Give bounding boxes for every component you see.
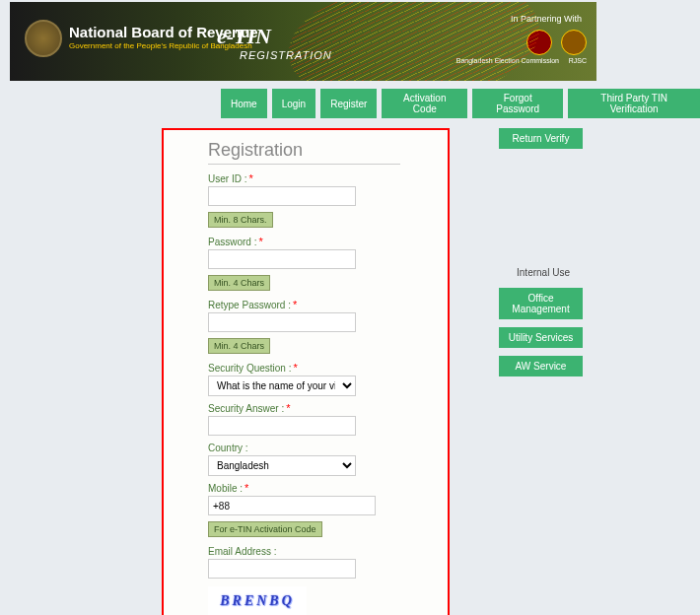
email-label: Email Address : — [208, 546, 276, 557]
password-input[interactable] — [208, 249, 356, 269]
office-management-button[interactable]: Office Management — [499, 288, 583, 319]
etin-registration-text: REGISTRATION — [240, 49, 332, 61]
partner-label: In Partnering With — [511, 14, 582, 24]
right-sidebar: Return Verify Internal Use Office Manage… — [499, 128, 588, 384]
captcha-image: BRENBQ — [208, 586, 307, 615]
nbr-logo — [25, 20, 62, 57]
password-label: Password : — [208, 237, 256, 247]
country-select[interactable]: Bangladesh — [208, 455, 356, 476]
aw-service-button[interactable]: AW Service — [499, 356, 583, 376]
mobile-hint: For e-TIN Activation Code — [208, 521, 322, 537]
security-question-select[interactable]: What is the name of your village? — [208, 376, 356, 396]
internal-use-label: Internal Use — [499, 267, 588, 278]
form-title: Registration — [208, 140, 400, 165]
nav-activation[interactable]: Activation Code — [382, 89, 467, 118]
mobile-label: Mobile : — [208, 483, 243, 494]
return-verify-button[interactable]: Return Verify — [499, 128, 583, 149]
retype-label: Retype Password : — [208, 300, 291, 310]
partner-logo-2 — [561, 30, 587, 55]
nav-forgot[interactable]: Forgot Password — [472, 89, 563, 118]
email-input[interactable] — [208, 559, 356, 579]
header-banner: National Board of Revenue Government of … — [10, 2, 596, 81]
required-marker: * — [258, 236, 262, 247]
required-marker: * — [293, 362, 297, 374]
security-answer-input[interactable] — [208, 416, 356, 436]
utility-services-button[interactable]: Utility Services — [499, 327, 583, 348]
partner-logo-1 — [526, 30, 552, 55]
secq-label: Security Question : — [208, 363, 291, 374]
seca-label: Security Answer : — [208, 403, 284, 414]
nav-register[interactable]: Register — [320, 89, 377, 118]
country-label: Country : — [208, 443, 248, 453]
required-marker: * — [245, 482, 248, 494]
nav-bar: Home Login Register Activation Code Forg… — [221, 89, 700, 118]
partner-text-1: Bangladesh Election Commission — [456, 57, 559, 64]
mobile-input[interactable] — [208, 496, 376, 515]
partner-text-2: RJSC — [569, 57, 587, 64]
etin-logo-text: e-TIN — [217, 24, 271, 49]
required-marker: * — [248, 172, 252, 184]
retype-hint: Min. 4 Chars — [208, 338, 270, 354]
required-marker: * — [293, 299, 297, 310]
nav-home[interactable]: Home — [221, 89, 267, 118]
nav-login[interactable]: Login — [272, 89, 315, 118]
userid-hint: Min. 8 Chars. — [208, 212, 273, 228]
required-marker: * — [286, 402, 290, 414]
password-hint: Min. 4 Chars — [208, 275, 270, 291]
nav-thirdparty[interactable]: Third Party TIN Verification — [568, 89, 700, 118]
userid-input[interactable] — [208, 186, 356, 206]
registration-form: Registration User ID :* Min. 8 Chars. Pa… — [162, 128, 450, 615]
userid-label: User ID : — [208, 173, 246, 184]
retype-password-input[interactable] — [208, 312, 356, 332]
